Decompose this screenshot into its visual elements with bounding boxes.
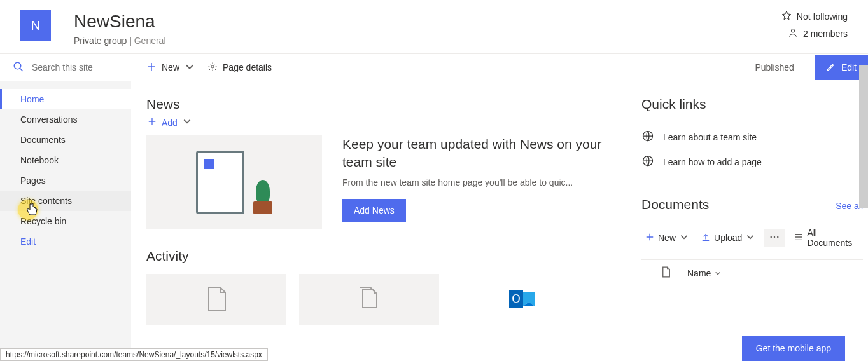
divider: | xyxy=(127,36,134,46)
doc-new-button[interactable]: New xyxy=(641,230,692,246)
chevron-down-icon xyxy=(185,62,195,74)
documents-header: Documents See all xyxy=(641,197,863,212)
quicklinks-section-title: Quick links xyxy=(641,97,863,112)
new-label: New xyxy=(162,62,179,72)
chevron-down-icon xyxy=(715,268,721,278)
quicklink-item[interactable]: Learn about a team site xyxy=(641,125,863,149)
members-label: 2 members xyxy=(803,29,848,39)
news-description: From the new team site home page you'll … xyxy=(342,177,626,187)
quicklink-label: Learn how to add a page xyxy=(663,157,762,167)
document-icon xyxy=(201,283,232,316)
all-documents-label: All Documents xyxy=(807,228,859,248)
browser-status-bar: https://microsoft.sharepoint.com/teams/N… xyxy=(0,348,268,361)
scrollbar[interactable] xyxy=(859,65,868,208)
documents-icon xyxy=(354,283,384,316)
group-type-label: Private group xyxy=(74,36,127,46)
star-outline-icon xyxy=(781,10,792,22)
gear-icon xyxy=(207,62,218,74)
news-illustration xyxy=(146,135,322,229)
pencil-icon xyxy=(826,62,836,74)
nav-item-edit[interactable]: Edit xyxy=(0,231,131,252)
name-column-header[interactable]: Name xyxy=(687,268,721,278)
doc-upload-label: Upload xyxy=(714,233,742,243)
page-details-label: Page details xyxy=(223,62,272,72)
file-icon xyxy=(662,269,671,280)
nav-item-pages[interactable]: Pages xyxy=(0,170,131,191)
news-block: Keep your team updated with News on your… xyxy=(146,135,626,229)
all-documents-view[interactable]: All Documents xyxy=(790,225,863,250)
new-button[interactable]: New xyxy=(146,62,195,74)
get-mobile-app-button[interactable]: Get the mobile app xyxy=(742,336,845,361)
site-logo[interactable]: N xyxy=(20,10,51,41)
news-add-label: Add xyxy=(162,118,178,128)
svg-text:O: O xyxy=(512,292,521,305)
name-column-label: Name xyxy=(687,268,711,278)
quicklink-label: Learn about a team site xyxy=(663,132,757,142)
svg-point-7 xyxy=(771,236,772,237)
edit-label: Edit xyxy=(841,62,857,72)
globe-icon xyxy=(641,130,654,144)
members-button[interactable]: 2 members xyxy=(788,27,848,39)
left-nav: Home Conversations Documents Notebook Pa… xyxy=(0,81,131,361)
plus-icon xyxy=(146,62,157,74)
outlook-icon: O xyxy=(507,283,537,316)
site-title-block: NewSiena Private group | General xyxy=(74,10,166,46)
chevron-down-icon xyxy=(183,117,192,128)
doc-more-button[interactable] xyxy=(764,229,785,247)
chevron-down-icon xyxy=(680,233,689,243)
activity-card[interactable] xyxy=(146,274,286,325)
plus-icon xyxy=(148,117,157,128)
channel-label[interactable]: General xyxy=(134,36,166,46)
nav-item-notebook[interactable]: Notebook xyxy=(0,150,131,170)
search-icon xyxy=(13,61,24,74)
site-title[interactable]: NewSiena xyxy=(74,10,166,33)
nav-item-site-contents[interactable]: Site contents xyxy=(0,191,131,211)
main-content: News Add Keep your team updated with New… xyxy=(131,81,868,361)
nav-item-home[interactable]: Home xyxy=(0,89,131,109)
nav-item-documents[interactable]: Documents xyxy=(0,130,131,150)
doc-new-label: New xyxy=(658,233,676,243)
activity-cards: O xyxy=(146,274,626,325)
documents-section-title: Documents xyxy=(641,197,709,212)
activity-section-title: Activity xyxy=(146,249,626,264)
svg-point-8 xyxy=(774,236,775,237)
news-add-button[interactable]: Add xyxy=(148,117,626,128)
command-bar: New Page details Published Edit xyxy=(131,55,868,80)
news-text: Keep your team updated with News on your… xyxy=(342,135,626,229)
svg-point-1 xyxy=(14,62,21,69)
ellipsis-icon xyxy=(770,233,779,243)
page-body: Home Conversations Documents Notebook Pa… xyxy=(0,81,868,361)
site-subtitle: Private group | General xyxy=(74,36,166,46)
center-column: News Add Keep your team updated with New… xyxy=(146,97,626,361)
upload-icon xyxy=(701,233,710,243)
person-icon xyxy=(788,27,798,39)
activity-card[interactable] xyxy=(299,274,439,325)
search-input[interactable] xyxy=(32,62,143,72)
documents-toolbar: New Upload All Documents xyxy=(641,219,863,257)
svg-point-9 xyxy=(777,236,778,237)
news-section-title: News xyxy=(146,97,626,112)
not-following-label: Not following xyxy=(797,11,848,22)
published-status: Published xyxy=(755,62,794,72)
right-column: Quick links Learn about a team site Lear… xyxy=(626,97,868,361)
file-type-header[interactable] xyxy=(662,266,677,280)
add-news-button[interactable]: Add News xyxy=(342,199,406,222)
activity-card-outlook[interactable]: O xyxy=(452,274,592,325)
globe-icon xyxy=(641,154,654,169)
chevron-down-icon xyxy=(746,233,755,243)
not-following-button[interactable]: Not following xyxy=(781,10,848,22)
quicklink-item[interactable]: Learn how to add a page xyxy=(641,149,863,174)
documents-list-header: Name xyxy=(641,259,863,286)
search-box[interactable] xyxy=(0,54,131,81)
svg-point-2 xyxy=(211,65,214,68)
svg-point-0 xyxy=(791,29,794,32)
plus-icon xyxy=(645,233,654,243)
doc-upload-button[interactable]: Upload xyxy=(697,230,759,246)
site-header: N NewSiena Private group | General Not f… xyxy=(0,0,868,53)
list-icon xyxy=(794,233,803,243)
toolbar: New Page details Published Edit xyxy=(0,53,868,81)
site-header-actions: Not following 2 members xyxy=(781,10,848,39)
page-details-button[interactable]: Page details xyxy=(207,62,272,74)
nav-item-recycle-bin[interactable]: Recycle bin xyxy=(0,211,131,231)
nav-item-conversations[interactable]: Conversations xyxy=(0,109,131,130)
